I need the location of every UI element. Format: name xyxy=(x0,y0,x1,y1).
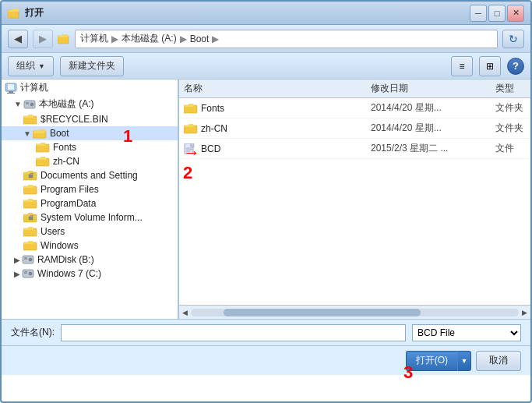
sidebar-label-drive-a: 本地磁盘 (A:) xyxy=(39,97,94,111)
cancel-label: 取消 xyxy=(489,354,508,367)
file-name-bcd: BCD xyxy=(184,143,371,154)
hscroll-left-arrow[interactable]: ◀ xyxy=(182,309,188,316)
filelist-row-bcd[interactable]: BCD 2015/2/3 星期二 ... 文件 xyxy=(179,139,530,159)
drive-icon-win xyxy=(22,268,34,279)
svg-rect-3 xyxy=(8,84,14,90)
breadcrumb-sep-1: ▶ xyxy=(111,34,118,44)
sidebar-item-windows[interactable]: Windows xyxy=(2,239,178,253)
drive-icon-ram xyxy=(22,254,34,265)
organize-button[interactable]: 组织 ▼ xyxy=(8,56,54,76)
hscroll-track[interactable] xyxy=(191,309,519,316)
sidebar-label-zh-cn-sub: zh-CN xyxy=(53,156,79,167)
folder-icon-users xyxy=(23,226,37,237)
filelist-row-fonts[interactable]: Fonts 2014/4/20 星期... 文件夹 xyxy=(179,98,530,118)
file-icon-bcd xyxy=(184,143,196,154)
sidebar-item-recycle[interactable]: $RECYCLE.BIN xyxy=(2,112,178,126)
sidebar-item-programdata[interactable]: ProgramData xyxy=(2,196,178,210)
svg-rect-22 xyxy=(24,257,27,260)
breadcrumb-sep-2: ▶ xyxy=(180,34,187,44)
drive-icon xyxy=(23,99,36,110)
open-dropdown-arrow[interactable]: ▼ xyxy=(457,351,471,371)
folder-icon-programdata xyxy=(23,198,37,209)
view-icon: ≡ xyxy=(459,61,464,72)
sidebar-label-program-files: Program Files xyxy=(41,184,99,195)
breadcrumb[interactable]: 计算机 ▶ 本地磁盘 (A:) ▶ Boot ▶ xyxy=(75,30,498,48)
sidebar-item-computer[interactable]: 计算机 xyxy=(2,80,178,96)
filetype-select[interactable]: BCD FileAll Files (*.*) xyxy=(412,324,521,341)
sidebar-item-fonts[interactable]: Fonts xyxy=(2,140,178,154)
main-area: 计算机 ▼ 本地磁盘 (A:) xyxy=(2,80,530,319)
view-icon-2: ⊞ xyxy=(486,61,494,72)
close-button[interactable]: ✕ xyxy=(507,5,524,22)
svg-point-23 xyxy=(29,258,32,261)
open-label: 打开(O) xyxy=(416,354,448,367)
sidebar-label-fonts: Fonts xyxy=(53,142,76,153)
open-button[interactable]: 打开(O) xyxy=(406,351,457,371)
sidebar-label-sysvolume: System Volume Inform... xyxy=(41,212,143,223)
svg-rect-30 xyxy=(191,143,194,147)
sidebar-item-boot[interactable]: ▼ Boot xyxy=(2,126,178,140)
maximize-button[interactable]: □ xyxy=(488,5,506,22)
svg-rect-14 xyxy=(29,175,33,178)
window-icon xyxy=(8,7,20,19)
horizontal-scrollbar[interactable]: ◀ ▶ xyxy=(179,305,530,319)
folder-lock-icon-docs xyxy=(23,170,37,181)
column-header-name[interactable]: 名称 xyxy=(184,82,371,95)
view-button[interactable]: ≡ xyxy=(451,56,473,76)
file-date-fonts: 2014/4/20 星期... xyxy=(371,101,495,115)
folder-lock-icon-sysvolume xyxy=(23,212,37,223)
breadcrumb-boot: Boot xyxy=(190,34,210,44)
column-header-date[interactable]: 修改日期 xyxy=(371,82,495,95)
help-button[interactable]: ? xyxy=(507,58,524,75)
cancel-button[interactable]: 取消 xyxy=(476,351,521,371)
folder-icon-file-zh-cn xyxy=(184,123,198,134)
svg-rect-5 xyxy=(7,93,15,94)
svg-rect-4 xyxy=(9,91,13,93)
file-name-fonts: Fonts xyxy=(184,103,371,114)
file-name-zh-cn: zh-CN xyxy=(184,123,371,134)
sidebar-label-users: Users xyxy=(41,226,65,237)
refresh-button[interactable]: ↻ xyxy=(502,30,524,48)
sidebar-label-windows-c: Windows 7 (C:) xyxy=(37,268,101,279)
file-type-bcd: 文件 xyxy=(495,142,526,155)
filename-input[interactable] xyxy=(61,324,406,341)
sidebar-item-sysvolume[interactable]: System Volume Inform... xyxy=(2,210,178,224)
filelist: Fonts 2014/4/20 星期... 文件夹 zh-CN 2014/4/2… xyxy=(179,98,530,305)
sidebar-item-drive-a[interactable]: ▼ 本地磁盘 (A:) xyxy=(2,96,178,112)
hscroll-right-arrow[interactable]: ▶ xyxy=(522,309,527,316)
sidebar-item-users[interactable]: Users xyxy=(2,224,178,239)
forward-button[interactable]: ▶ xyxy=(33,30,53,48)
folder-icon-zh-cn xyxy=(36,156,50,167)
path-folder-icon xyxy=(58,34,70,44)
svg-rect-25 xyxy=(24,271,27,274)
column-header-type[interactable]: 类型 xyxy=(495,82,526,95)
help-icon: ? xyxy=(513,60,519,72)
sidebar: 计算机 ▼ 本地磁盘 (A:) xyxy=(2,80,178,319)
folder-icon-windows xyxy=(23,240,37,251)
svg-point-26 xyxy=(29,272,32,275)
sidebar-item-zh-cn-sub[interactable]: zh-CN xyxy=(2,154,178,168)
minimize-button[interactable]: ─ xyxy=(470,5,487,22)
file-type-fonts: 文件夹 xyxy=(495,101,526,115)
sidebar-item-windows-c[interactable]: ▶ Windows 7 (C:) xyxy=(2,267,178,281)
filelist-row-zh-cn[interactable]: zh-CN 2014/4/20 星期... 文件夹 xyxy=(179,118,530,139)
sidebar-label-programdata: ProgramData xyxy=(41,198,96,209)
view-button-2[interactable]: ⊞ xyxy=(479,56,501,76)
titlebar: 打开 ─ □ ✕ xyxy=(2,2,530,25)
sidebar-label-boot: Boot xyxy=(50,128,69,139)
file-type-zh-cn: 文件夹 xyxy=(495,122,526,135)
filelist-header: 名称 修改日期 类型 xyxy=(179,80,530,98)
hscroll-thumb[interactable] xyxy=(224,309,421,316)
sidebar-item-program-files[interactable]: Program Files xyxy=(2,182,178,196)
buttons-bar: 打开(O) ▼ 取消 xyxy=(2,345,530,375)
new-folder-button[interactable]: 新建文件夹 xyxy=(60,56,124,76)
back-button[interactable]: ◀ xyxy=(8,30,28,48)
file-date-bcd: 2015/2/3 星期二 ... xyxy=(371,142,495,155)
sidebar-label-ramdisk: RAMDisk (B:) xyxy=(37,254,94,265)
filename-label: 文件名(N): xyxy=(11,326,55,339)
sidebar-item-ramdisk[interactable]: ▶ RAMDisk (B:) xyxy=(2,253,178,267)
open-dropdown-icon: ▼ xyxy=(461,357,468,365)
sidebar-item-documents[interactable]: Documents and Setting xyxy=(2,168,178,182)
forward-icon: ▶ xyxy=(39,33,47,44)
svg-rect-7 xyxy=(26,102,29,104)
